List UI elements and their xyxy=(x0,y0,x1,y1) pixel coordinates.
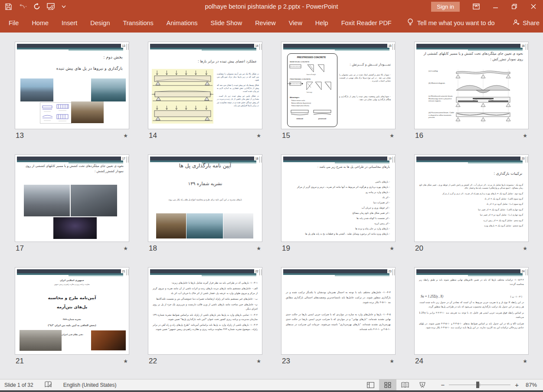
list-item: گروه یک : مجموعه بارها شامل بار مرده ، ا… xyxy=(419,183,523,190)
tab-file[interactable]: File xyxy=(9,20,19,26)
animation-star-icon[interactable]: ★ xyxy=(256,133,261,139)
animation-star-icon[interactable]: ★ xyxy=(256,358,261,364)
slide-number-label: 24 xyxy=(415,357,423,366)
restore-button[interactable] xyxy=(505,0,524,13)
slide-number-label: 19 xyxy=(282,244,290,253)
close-button[interactable] xyxy=(524,0,543,13)
animation-star-icon[interactable]: ★ xyxy=(256,245,261,252)
ribbon-display-options-icon[interactable] xyxy=(467,0,486,13)
slideshow-view-button[interactable] xyxy=(414,379,431,390)
slide-indicator[interactable]: Slide 1 of 32 xyxy=(4,382,33,388)
quick-access-toolbar xyxy=(0,3,66,10)
animation-star-icon[interactable]: ★ xyxy=(123,358,128,364)
slide-cell-22: 22 ۱۰-۴-۱- بارهایی که در طراحی باید مد ن… xyxy=(148,267,262,366)
paragraph: ضرایب γD و γL در این جدول باید بر اساس ض… xyxy=(419,322,524,330)
tab-transitions[interactable]: Transitions xyxy=(123,20,153,26)
list-item: - اثر باد xyxy=(285,195,390,200)
slide-thumbnail-15[interactable]: 15 PRESTRESSED CONCRETE REINFORCED CONCR… xyxy=(281,42,396,129)
slide-thumbnail-14[interactable]: 14 عملکرد اعضای پیش تنیده در برابر بارها… xyxy=(148,42,262,129)
truck-render-photo xyxy=(223,213,253,238)
minimize-button[interactable] xyxy=(486,0,505,13)
slide-thumbnail-16[interactable]: 16 نحوه ی تعیین جای میلگردهای تحت کشش و … xyxy=(414,42,529,129)
panel-small1: beam self weight xyxy=(307,74,316,75)
list-item: گروه چهارم (الف) : شامل گروه یک + اثر تغ… xyxy=(419,208,523,211)
slide-header-number: 17 xyxy=(121,157,126,160)
zoom-slider-thumb[interactable] xyxy=(476,382,479,388)
animation-star-icon[interactable]: ★ xyxy=(523,245,527,252)
paragraph: بر اساس رابطه فوق ضریب جزیی ایمنی هر عام… xyxy=(419,311,524,319)
tab-foxit-reader-pdf[interactable]: Foxit Reader PDF xyxy=(341,20,392,26)
slide21-title-line2: پل‌های بتن‌آرمه xyxy=(15,304,129,309)
slide-number-label: 17 xyxy=(16,244,24,253)
tab-animations[interactable]: Animations xyxy=(167,20,198,26)
tab-help[interactable]: Help xyxy=(315,20,328,26)
slide-thumbnail-24[interactable]: 24 ۱۰-۵-۳-۲- ترکیبات مختلف بارها که باید… xyxy=(414,267,529,355)
slide-header-dark-band xyxy=(283,269,389,273)
zoom-percentage[interactable]: 87% xyxy=(526,382,537,388)
stress-strain-chart-panel: PRESTRESSED CONCRETE REINFORCED CONCRETE… xyxy=(287,53,337,127)
start-from-beginning-icon[interactable] xyxy=(47,3,55,10)
slide-thumbnail-13[interactable]: 13 بخش دوم : بارگذاری و نیروها در پل های… xyxy=(15,42,129,129)
animation-star-icon[interactable]: ★ xyxy=(389,133,394,139)
redo-icon[interactable] xyxy=(33,3,40,10)
list-item: گروه سوم (الف) : شامل گروه یک + اثر باد xyxy=(419,197,523,200)
slide-header-stripes xyxy=(393,44,395,50)
slide21-country-header: جمهوری اسلامی ایران xyxy=(15,279,129,281)
animation-star-icon[interactable]: ★ xyxy=(123,245,128,252)
paragraph: پ- عامل‌های حین ساخت مانند بارهای ناشی ا… xyxy=(153,302,258,311)
tab-review[interactable]: Review xyxy=(255,20,276,26)
list-item: گروه سوم (ب) : شامل گروه دو + اثر باد xyxy=(419,203,523,206)
animation-star-icon[interactable]: ★ xyxy=(523,133,527,139)
zoom-out-button[interactable]: − xyxy=(441,382,445,388)
language-indicator[interactable]: English (United States) xyxy=(63,382,117,388)
save-icon[interactable] xyxy=(5,3,12,10)
view-switcher xyxy=(362,379,431,390)
customize-qat-icon[interactable] xyxy=(62,5,66,8)
list-item: - اثر غوطه وری و جریان آب xyxy=(285,205,390,210)
slide-grid: 13 بخش دوم : بارگذاری و نیروها در پل های… xyxy=(0,33,543,366)
slide22-body-text: ۱۰-۴-۱- بارهایی که در طراحی باید مد نظر … xyxy=(153,281,258,333)
slide21-publication-no: نشریه شماره ۳۸۹ xyxy=(15,318,129,320)
slide-header-light-band xyxy=(468,162,523,163)
slide-thumbnail-23[interactable]: 23 ۱۰-۴-۴- عامل‌های مختلف باید با توجه ب… xyxy=(281,267,396,355)
bridge-girders-photo xyxy=(156,213,186,238)
tab-design[interactable]: Design xyxy=(90,20,110,26)
slide-thumbnail-19[interactable]: 19 بارهای محاسباتی در طراحی پل ها به شرح… xyxy=(281,154,396,242)
spell-check-icon[interactable] xyxy=(45,381,52,389)
reading-view-button[interactable] xyxy=(396,379,414,390)
slide-thumbnail-17[interactable]: 17 نحوه ی تعیین جای میلگردهای تحت کشش و … xyxy=(15,154,129,242)
sign-in-button[interactable]: Sign in xyxy=(431,2,460,12)
normal-view-button[interactable] xyxy=(362,379,379,390)
slide-thumbnail-22[interactable]: 22 ۱۰-۴-۱- بارهایی که در طراحی باید مد ن… xyxy=(148,267,262,355)
slide-sorter-view-button[interactable] xyxy=(379,379,396,390)
slide24-intro-text: ۱۰-۵-۳-۲- ترکیبات مختلف بارها که باید در… xyxy=(419,278,524,286)
slide-header-dark-band xyxy=(416,157,523,160)
slide-thumbnail-18[interactable]: 18 آیین نامه بارگذاری پل ها نشریه شماره … xyxy=(148,154,262,242)
slide-cell-13: 13 بخش دوم : بارگذاری و نیروها در پل های… xyxy=(15,42,129,140)
tab-insert[interactable]: Insert xyxy=(62,20,77,26)
animation-star-icon[interactable]: ★ xyxy=(523,358,527,364)
slide-header-number: 13 xyxy=(121,44,126,48)
slide-cell-17: 17 نحوه ی تعیین جای میلگردهای تحت کشش و … xyxy=(15,154,129,253)
panel-adv3: Reduce depth (more efficient) xyxy=(291,105,309,107)
tab-slide-show[interactable]: Slide Show xyxy=(211,20,242,26)
undo-icon[interactable] xyxy=(18,3,27,10)
slide20-group-list: گروه یک : مجموعه بارها شامل بار مرده ، ا… xyxy=(419,183,523,229)
tell-me-box[interactable]: Tell me what you want to do xyxy=(407,18,495,27)
zoom-in-button[interactable]: + xyxy=(515,382,519,388)
slide-header-number: 16 xyxy=(520,44,526,48)
slide-thumbnail-21[interactable]: 21 جمهوری اسلامی ایران معاونت برنامه ریز… xyxy=(15,267,129,355)
animation-star-icon[interactable]: ★ xyxy=(389,245,394,252)
slide-cell-15: 15 PRESTRESSED CONCRETE REINFORCED CONCR… xyxy=(281,42,396,140)
slide-thumbnail-20[interactable]: 20 ترکیبات بارگذاری : گروه یک : مجموعه ب… xyxy=(414,154,529,242)
share-button[interactable]: Share xyxy=(513,19,540,27)
slide13-title: بارگذاری و نیروها در پل های پیش تنیده xyxy=(56,66,123,71)
tab-view[interactable]: View xyxy=(289,20,302,26)
slide-header-number: 24 xyxy=(520,269,526,273)
animation-star-icon[interactable]: ★ xyxy=(123,133,128,139)
zoom-slider[interactable] xyxy=(449,381,510,389)
animation-star-icon[interactable]: ★ xyxy=(389,358,394,364)
slide-number-label: 18 xyxy=(149,244,157,253)
panel-adv2: Balance deflection (by prestress) xyxy=(291,102,311,104)
tab-home[interactable]: Home xyxy=(32,20,49,26)
